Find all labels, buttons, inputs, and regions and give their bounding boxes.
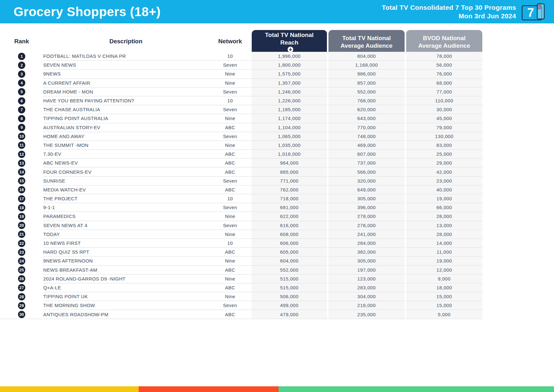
program-description: ABC NEWS-EV <box>43 159 208 167</box>
network-name: ABC <box>208 150 252 159</box>
reach-value: 1,185,000 <box>252 105 327 114</box>
table-row: 24 9NEWS AFTERNOON Nine 604,000 305,000 … <box>0 256 482 265</box>
rank-badge: 3 <box>18 70 25 78</box>
program-description: TIPPING POINT UK <box>43 292 208 301</box>
avg-audience-value: 241,000 <box>328 230 405 239</box>
network-name: Seven <box>208 132 252 141</box>
network-name: ABC <box>208 248 252 256</box>
rank-badge: 24 <box>18 257 25 265</box>
column-header-reach[interactable]: Total TV National Reach <box>252 30 327 52</box>
program-description: 7.30-EV <box>43 150 208 159</box>
avg-audience-value: 770,000 <box>328 123 405 132</box>
program-description: DREAM HOME - MON <box>43 87 208 96</box>
bvod-audience-value: 42,000 <box>406 167 482 176</box>
reach-value: 515,000 <box>252 274 327 283</box>
network-name: Nine <box>208 141 252 150</box>
network-name: ABC <box>208 310 252 319</box>
avg-audience-value: 320,000 <box>328 177 405 185</box>
rank-badge: 17 <box>18 195 25 202</box>
table-row: 7 THE CHASE AUSTRALIA Seven 1,185,000 62… <box>0 105 482 114</box>
bvod-audience-value: 19,000 <box>406 256 482 265</box>
program-description: HAVE YOU BEEN PAYING ATTENTION? <box>43 96 208 105</box>
network-name: Seven <box>208 203 252 212</box>
reach-value: 1,357,000 <box>252 79 327 87</box>
avg-audience-value: 304,000 <box>328 292 405 301</box>
table-body: 1 FOOTBALL: MATILDAS V CHINA PR 10 1,996… <box>0 52 482 319</box>
avg-audience-value: 986,000 <box>328 69 405 78</box>
network-name: 10 <box>208 194 252 203</box>
reach-value: 1,104,000 <box>252 123 327 132</box>
table-row: 28 TIPPING POINT UK Nine 506,000 304,000… <box>0 292 482 301</box>
table-row: 20 SEVEN NEWS AT 4 Seven 616,000 278,000… <box>0 221 482 230</box>
reach-value: 479,000 <box>252 310 327 319</box>
network-name: 10 <box>208 96 252 105</box>
network-name: 10 <box>208 52 252 61</box>
table-row: 4 A CURRENT AFFAIR Nine 1,357,000 857,00… <box>0 79 482 87</box>
bvod-audience-value: 45,000 <box>406 114 482 123</box>
table-row: 2 SEVEN NEWS Seven 1,800,000 1,168,000 5… <box>0 61 482 69</box>
table-row: 17 THE PROJECT 10 718,000 305,000 19,000 <box>0 194 482 203</box>
table-row: 10 HOME AND AWAY Seven 1,065,000 748,000… <box>0 132 482 141</box>
program-description: THE SUMMIT -MON <box>43 141 208 150</box>
table-row: 13 ABC NEWS-EV ABC 964,000 737,000 29,00… <box>0 159 482 167</box>
rank-badge: 29 <box>18 302 25 309</box>
rank-badge: 4 <box>18 79 25 87</box>
table-row: 16 MEDIA WATCH-EV ABC 762,000 649,000 40… <box>0 185 482 194</box>
program-description: SEVEN NEWS <box>43 61 208 69</box>
rank-badge: 1 <box>18 53 25 60</box>
reach-value: 606,000 <box>252 239 327 248</box>
rank-badge: 19 <box>18 213 25 220</box>
column-header-bvod[interactable]: BVOD National Average Audience <box>406 30 482 52</box>
program-description: 9NEWS <box>43 69 208 78</box>
table-row: 27 Q+A-LE ABC 515,000 283,000 18,000 <box>0 283 482 292</box>
network-name: Seven <box>208 87 252 96</box>
bvod-audience-value: 83,000 <box>406 141 482 150</box>
bvod-audience-value: 28,000 <box>406 212 482 221</box>
bvod-audience-value: 11,000 <box>406 248 482 256</box>
bvod-audience-value: 130,000 <box>406 132 482 141</box>
reach-value: 1,246,000 <box>252 87 327 96</box>
reach-value: 1,065,000 <box>252 132 327 141</box>
network-name: ABC <box>208 266 252 274</box>
bvod-audience-value: 15,000 <box>406 301 482 310</box>
avg-audience-value: 643,000 <box>328 114 405 123</box>
program-description: THE PROJECT <box>43 194 208 203</box>
bvod-audience-value: 9,000 <box>406 274 482 283</box>
table-row: 9 AUSTRALIAN STORY-EV ABC 1,104,000 770,… <box>0 123 482 132</box>
reach-value: 604,000 <box>252 256 327 265</box>
rank-badge: 27 <box>18 284 25 291</box>
reach-value: 885,000 <box>252 167 327 176</box>
program-description: ANTIQUES ROADSHOW-PM <box>43 310 208 319</box>
reach-value: 605,000 <box>252 248 327 256</box>
avg-audience-value: 305,000 <box>328 256 405 265</box>
network-name: Nine <box>208 212 252 221</box>
rank-badge: 25 <box>18 266 25 274</box>
rank-badge: 15 <box>18 177 25 184</box>
program-description: Q+A-LE <box>43 283 208 292</box>
bvod-audience-value: 30,000 <box>406 105 482 114</box>
reach-value: 616,000 <box>252 221 327 230</box>
table-row: 11 THE SUMMIT -MON Nine 1,035,000 469,00… <box>0 141 482 150</box>
bvod-audience-value: 14,000 <box>406 239 482 248</box>
bvod-audience-value: 5,000 <box>406 310 482 319</box>
program-description: NEWS BREAKFAST-AM <box>43 266 208 274</box>
reach-value: 552,000 <box>252 266 327 274</box>
avg-audience-value: 469,000 <box>328 141 405 150</box>
red-segment <box>139 386 279 392</box>
program-description: TODAY <box>43 230 208 239</box>
network-name: Nine <box>208 292 252 301</box>
program-description: TIPPING POINT AUSTRALIA <box>43 114 208 123</box>
bvod-audience-value: 40,000 <box>406 185 482 194</box>
table-row: 25 NEWS BREAKFAST-AM ABC 552,000 197,000… <box>0 266 482 274</box>
rank-badge: 12 <box>18 151 25 158</box>
network-name: Nine <box>208 79 252 87</box>
reach-value: 718,000 <box>252 194 327 203</box>
table-header-row: Rank Description Network Total TV Nation… <box>0 30 482 51</box>
table-row: 3 9NEWS Nine 1,575,000 986,000 76,000 <box>0 69 482 78</box>
avg-audience-value: 235,000 <box>328 310 405 319</box>
rank-badge: 21 <box>18 231 25 238</box>
column-header-avg-audience[interactable]: Total TV National Average Audience <box>328 30 405 52</box>
program-description: AUSTRALIAN STORY-EV <box>43 123 208 132</box>
network-name: Seven <box>208 177 252 185</box>
program-description: THE MORNING SHOW <box>43 301 208 310</box>
